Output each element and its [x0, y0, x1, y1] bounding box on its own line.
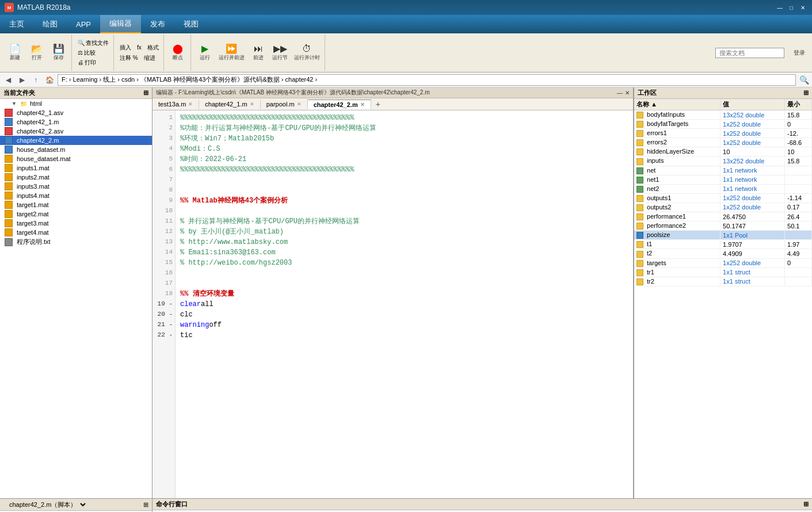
open-button[interactable]: 📂 打开: [26, 43, 47, 63]
forward-button[interactable]: ▶: [16, 74, 28, 86]
workspace-row[interactable]: bodyfatInputs 13x252 double 15.8: [634, 110, 812, 120]
editor-tab-3[interactable]: chapter42_2.m✕: [308, 100, 371, 109]
workspace-row[interactable]: net 1x1 network: [634, 166, 812, 175]
run-section-button[interactable]: ▶▶ 运行节: [270, 43, 291, 63]
file-item[interactable]: 程序说明.txt: [0, 237, 152, 247]
file-name: target2.mat: [17, 211, 49, 217]
ws-var-name: performance2: [647, 222, 686, 229]
tree-toggle[interactable]: ▼: [12, 101, 17, 106]
workspace-row[interactable]: poolsize 1x1 Pool: [634, 231, 812, 240]
workspace-row[interactable]: outputs1 1x252 double -1.14: [634, 193, 812, 202]
workspace-row[interactable]: t2 4.4909 4.49: [634, 249, 812, 258]
titlebar: M MATLAB R2018a — □ ✕: [0, 0, 812, 15]
workspace-row[interactable]: targets 1x252 double 0: [634, 258, 812, 268]
step-button[interactable]: ⏭ 前进: [248, 43, 269, 63]
file-item[interactable]: inputs2.mat: [0, 173, 152, 182]
script-expand-icon[interactable]: ⊞: [143, 501, 148, 509]
editor-tab-0[interactable]: test13a.m✕: [153, 100, 199, 109]
workspace-row[interactable]: inputs 13x252 double 15.8: [634, 156, 812, 166]
ws-col-name[interactable]: 名称 ▲: [634, 99, 720, 110]
workspace-panel: 工作区 ⊞ 名称 ▲ 值 最小 bodyfatInputs 13x252 dou…: [634, 87, 812, 498]
compare-button[interactable]: ⚖ 比较: [75, 48, 111, 58]
find-files-button[interactable]: 🔍 查找文件: [75, 39, 111, 48]
tab-close-icon[interactable]: ✕: [297, 101, 302, 107]
workspace-data-table: 名称 ▲ 值 最小 bodyfatInputs 13x252 double 15…: [634, 99, 812, 286]
file-item[interactable]: chapter42_1.m: [0, 117, 152, 127]
menu-item-主页[interactable]: 主页: [0, 15, 33, 33]
insert-button[interactable]: 插入: [117, 43, 134, 52]
workspace-row[interactable]: net2 1x1 network: [634, 184, 812, 193]
save-button[interactable]: 💾 保存: [48, 43, 69, 63]
login-button[interactable]: 登录: [789, 48, 810, 58]
home-button[interactable]: 🏠: [44, 74, 55, 86]
file-item[interactable]: house_dataset.m: [0, 145, 152, 154]
file-item[interactable]: target1.mat: [0, 200, 152, 209]
breakpoint-button[interactable]: ⬤ 断点: [167, 43, 188, 63]
file-item[interactable]: house_dataset.mat: [0, 154, 152, 163]
file-item[interactable]: inputs4.mat: [0, 191, 152, 200]
workspace-row[interactable]: t1 1.9707 1.97: [634, 240, 812, 249]
workspace-row[interactable]: performance1 26.4750 26.4: [634, 212, 812, 221]
path-input[interactable]: [58, 74, 796, 86]
file-browser-expand-icon[interactable]: ⊞: [143, 89, 148, 97]
tab-close-icon[interactable]: ✕: [250, 101, 254, 107]
address-search-icon[interactable]: 🔍: [798, 74, 810, 86]
file-item[interactable]: ▼📁html: [0, 99, 152, 108]
ws-col-value[interactable]: 值: [720, 99, 785, 110]
file-item[interactable]: inputs3.mat: [0, 182, 152, 191]
up-button[interactable]: ↑: [30, 74, 41, 86]
script-file-select[interactable]: chapter42_2.m（脚本）: [6, 500, 87, 509]
run-button[interactable]: ▶ 运行: [195, 43, 215, 63]
ws-col-min[interactable]: 最小: [785, 99, 812, 110]
workspace-row[interactable]: outputs2 1x252 double 0.17: [634, 202, 812, 212]
run-continue-button[interactable]: ⏩ 运行并前进: [216, 43, 247, 63]
fx-button[interactable]: fx: [135, 43, 144, 52]
editor-tab-1[interactable]: chapter42_1.m✕: [199, 100, 260, 109]
menu-item-APP[interactable]: APP: [67, 15, 100, 33]
workspace-row[interactable]: errors2 1x252 double -68.6: [634, 138, 812, 147]
file-browser-content[interactable]: ▼📁htmlchapter42_1.asvchapter42_1.mchapte…: [0, 99, 152, 498]
tab-close-icon[interactable]: ✕: [188, 101, 193, 107]
file-item[interactable]: target2.mat: [0, 209, 152, 219]
tab-close-icon[interactable]: ✕: [360, 102, 365, 108]
workspace-row[interactable]: performance2 50.1747 50.1: [634, 221, 812, 231]
editor-tab-2[interactable]: parpool.m✕: [261, 100, 308, 109]
maximize-button[interactable]: □: [787, 3, 796, 12]
menu-item-发布[interactable]: 发布: [141, 15, 174, 33]
file-item[interactable]: chapter42_2.m: [0, 136, 152, 145]
file-item[interactable]: target4.mat: [0, 228, 152, 237]
file-item[interactable]: chapter42_1.asv: [0, 108, 152, 117]
run-timed-button[interactable]: ⏱ 运行并计时: [292, 43, 322, 63]
workspace-row[interactable]: hiddenLayerSize 10 10: [634, 147, 812, 156]
workspace-row[interactable]: errors1 1x252 double -12.: [634, 129, 812, 138]
code-content[interactable]: %%%%%%%%%%%%%%%%%%%%%%%%%%%%%%%%%%%%%%%%…: [176, 110, 633, 498]
menu-item-绘图[interactable]: 绘图: [33, 15, 67, 33]
file-name: target4.mat: [17, 229, 49, 236]
workspace-row[interactable]: bodyfatTargets 1x252 double 0: [634, 120, 812, 129]
back-button[interactable]: ◀: [2, 74, 14, 86]
command-expand-icon[interactable]: ⊞: [803, 500, 809, 508]
file-item[interactable]: chapter42_2.asv: [0, 127, 152, 136]
close-button[interactable]: ✕: [798, 3, 807, 12]
code-text: %功能：并行运算与神经网络-基于CPU/GPU的并行神经网络运算: [180, 123, 376, 133]
ws-type-icon: [636, 278, 643, 285]
file-item[interactable]: target3.mat: [0, 219, 152, 228]
workspace-row[interactable]: tr1 1x1 struct: [634, 268, 812, 277]
workspace-expand-icon[interactable]: ⊞: [803, 89, 809, 97]
menu-item-视图[interactable]: 视图: [174, 15, 208, 33]
format-button[interactable]: 格式: [145, 43, 161, 52]
minimize-button[interactable]: —: [775, 3, 784, 12]
search-input[interactable]: [715, 48, 784, 58]
ws-min-cell: [785, 166, 812, 175]
editor-close-icon[interactable]: ✕: [625, 90, 630, 96]
editor-minimize-icon[interactable]: —: [617, 90, 623, 96]
add-tab-button[interactable]: +: [371, 98, 385, 110]
workspace-row[interactable]: tr2 1x1 struct: [634, 277, 812, 286]
menu-item-编辑器[interactable]: 编辑器: [100, 15, 141, 33]
print-button[interactable]: 🖨 打印: [75, 58, 111, 67]
workspace-row[interactable]: net1 1x1 network: [634, 175, 812, 184]
comment-button[interactable]: 注释 %: [117, 54, 140, 63]
file-item[interactable]: inputs1.mat: [0, 163, 152, 173]
new-button[interactable]: 📄 新建: [5, 43, 25, 63]
indent-button[interactable]: 缩进: [142, 54, 158, 63]
